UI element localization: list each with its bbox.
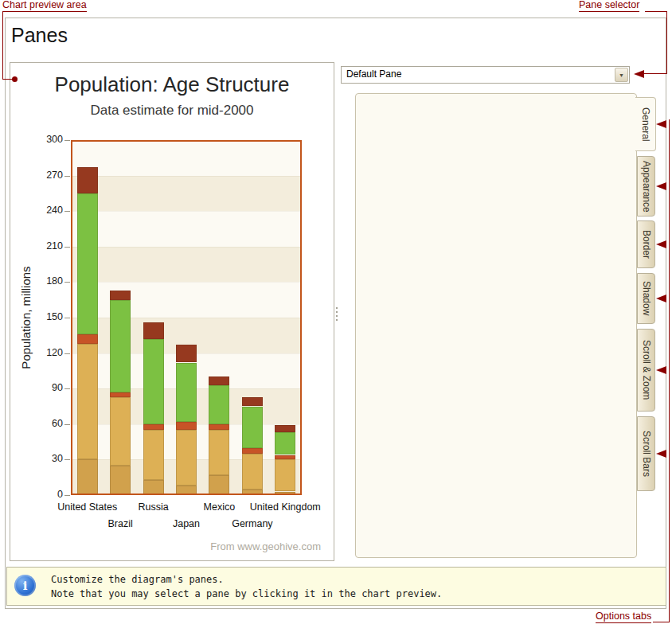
general-tab-page xyxy=(355,93,637,558)
y-tick-label: 300 xyxy=(29,134,63,145)
y-tick-label: 150 xyxy=(29,311,63,322)
pane-selector-dropdown[interactable]: Default Pane ▼ xyxy=(341,66,630,84)
tab-shadow[interactable]: Shadow xyxy=(637,273,655,324)
tab-border[interactable]: Border xyxy=(637,220,655,268)
annotation-arrow-scroll-zoom xyxy=(656,366,666,374)
y-tick-label: 180 xyxy=(29,275,63,287)
annotation-arrow-scroll-bars xyxy=(656,450,666,458)
y-tick-label: 0 xyxy=(29,489,63,500)
info-line-2: Note that you may select a pane by click… xyxy=(51,587,442,601)
annotation-arrow-border xyxy=(656,240,666,248)
panel-splitter[interactable] xyxy=(336,307,338,321)
callout-line xyxy=(653,622,670,622)
y-tick-label: 270 xyxy=(29,170,63,181)
annotation-arrow-shadow xyxy=(656,295,666,302)
y-tick-label: 120 xyxy=(29,347,63,358)
y-tick-label: 210 xyxy=(29,240,63,252)
tab-appearance[interactable]: Appearance xyxy=(637,156,655,217)
annotation-arrow-pane-selector xyxy=(634,70,644,78)
y-tick-mark xyxy=(64,140,70,141)
x-axis-label: United Kingdom xyxy=(237,501,333,513)
tab-general[interactable]: General xyxy=(635,97,656,151)
pane-selector-callout: Pane selector xyxy=(579,0,639,12)
annotation-arrow-appearance xyxy=(656,182,666,190)
y-tick-mark xyxy=(64,459,70,460)
callout-line xyxy=(644,73,667,74)
y-tick-mark xyxy=(64,424,70,425)
pane-border xyxy=(71,140,302,495)
x-axis-label: Germany xyxy=(205,518,300,529)
y-tick-label: 30 xyxy=(29,453,63,464)
y-tick-mark xyxy=(64,282,70,283)
y-tick-mark xyxy=(64,247,70,248)
y-tick-mark xyxy=(64,353,70,354)
callout-line xyxy=(2,12,3,80)
options-tabs-callout: Options tabs xyxy=(596,611,651,623)
page-title: Panes xyxy=(11,24,68,47)
chart-preview-area-callout: Chart preview area xyxy=(2,0,87,12)
callout-line xyxy=(645,11,667,12)
y-tick-mark xyxy=(64,176,70,177)
y-tick-mark xyxy=(64,388,70,389)
y-tick-mark xyxy=(64,318,70,318)
chevron-down-icon[interactable]: ▼ xyxy=(615,68,628,82)
callout-dot xyxy=(12,76,18,82)
annotation-arrow-general xyxy=(656,120,666,128)
chart-preview[interactable]: Population: Age Structure Data estimate … xyxy=(10,62,334,561)
tab-scroll-bars[interactable]: Scroll Bars xyxy=(637,416,655,491)
y-tick-label: 60 xyxy=(29,418,63,429)
info-line-1: Customize the diagram's panes. xyxy=(51,572,442,587)
y-tick-label: 90 xyxy=(29,382,63,393)
chart-footnote: From www.geohive.com xyxy=(210,540,321,552)
y-tick-label: 240 xyxy=(29,205,63,216)
pane-selector-value: Default Pane xyxy=(342,67,629,82)
callout-line xyxy=(666,11,667,74)
callout-line xyxy=(669,119,670,622)
chart-subtitle: Data estimate for mid-2000 xyxy=(10,103,334,119)
chart-title: Population: Age Structure xyxy=(10,72,334,97)
panes-settings-screen: Chart preview area Pane selector Options… xyxy=(0,0,672,632)
y-tick-mark xyxy=(64,495,70,496)
info-text: Customize the diagram's panes. Note that… xyxy=(51,572,442,601)
y-tick-mark xyxy=(64,211,70,212)
tab-scroll-zoom[interactable]: Scroll & Zoom xyxy=(637,329,655,412)
info-icon: i xyxy=(14,575,36,596)
